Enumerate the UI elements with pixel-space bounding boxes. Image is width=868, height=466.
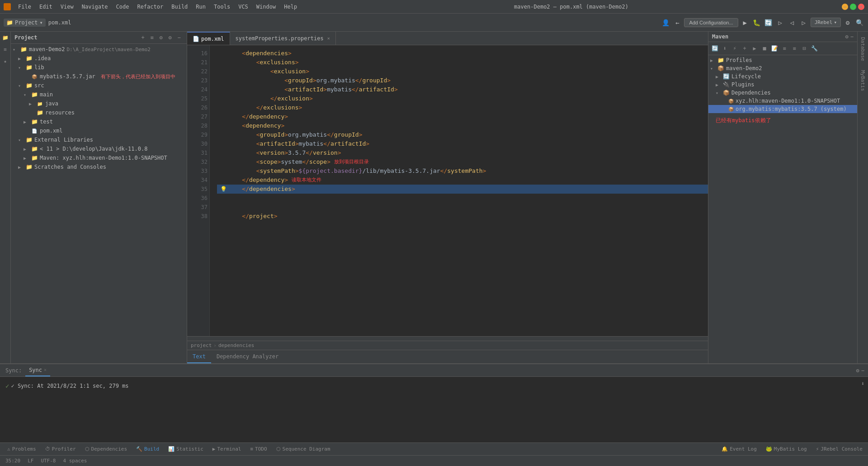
line-col-status[interactable]: 35:20 xyxy=(4,458,22,464)
maven-plugins[interactable]: ▶ 🔌 Plugins xyxy=(708,81,857,89)
tree-lib-folder[interactable]: ▾ 📁 lib xyxy=(11,63,187,72)
maven-close-icon[interactable]: − xyxy=(850,33,854,40)
maven-run-icon[interactable]: ▶ xyxy=(750,44,759,53)
filter-icon[interactable]: ⚙ xyxy=(157,33,165,42)
maven-stop-icon[interactable]: ■ xyxy=(760,44,769,53)
menu-help[interactable]: Help xyxy=(280,3,301,11)
tree-java-folder[interactable]: ▶ 📁 java xyxy=(11,99,187,108)
menu-view[interactable]: View xyxy=(57,3,77,11)
tab-system-props[interactable]: systemProperties.properties ✕ xyxy=(230,32,336,45)
menu-build[interactable]: Build xyxy=(168,3,191,11)
tab-text[interactable]: Text xyxy=(187,350,211,363)
git-icon[interactable]: 👤 xyxy=(660,18,670,28)
statistic-button[interactable]: 📊 Statistic xyxy=(165,445,207,453)
menu-navigate[interactable]: Navigate xyxy=(78,3,112,11)
dependencies-button[interactable]: ⬡ Dependencies xyxy=(81,445,131,453)
mybatis-log-status[interactable]: 🐸 MyBatis Log xyxy=(764,446,809,452)
menu-file[interactable]: File xyxy=(14,3,35,11)
tree-pom-xml[interactable]: 📄 pom.xml xyxy=(11,126,187,135)
tree-scratches[interactable]: ▶ 📁 Scratches and Consoles xyxy=(11,162,187,171)
back-icon[interactable]: ← xyxy=(672,18,682,28)
tree-idea-folder[interactable]: ▶ 📁 .idea xyxy=(11,54,187,63)
tree-src-folder[interactable]: ▾ 📁 src xyxy=(11,81,187,90)
maven-collapse-icon[interactable]: ⊟ xyxy=(800,44,809,53)
tab-dependency-analyzer[interactable]: Dependency Analyzer xyxy=(211,350,284,363)
tree-maven-snapshot[interactable]: ▶ 📁 Maven: xyz.hlh:maven-Demo1:1.0-SNAPS… xyxy=(11,153,187,162)
maven-align-right-icon[interactable]: ≡ xyxy=(790,44,799,53)
maven-profiles[interactable]: ▶ 📁 Profiles xyxy=(708,56,857,64)
maven-settings-icon[interactable]: ⚙ xyxy=(845,33,849,40)
problems-button[interactable]: ⚠ Problems xyxy=(4,445,40,453)
maven-dep-xyz[interactable]: 📦 xyz.hlh:maven-Demo1:1.0-SNAPSHOT xyxy=(708,97,857,105)
close-button[interactable]: ✕ xyxy=(858,4,864,10)
structure-strip-icon[interactable]: ≡ xyxy=(1,45,9,53)
menu-tools[interactable]: Tools xyxy=(210,3,234,11)
jrebel-console-status[interactable]: ⚡ JRebel Console xyxy=(814,446,864,452)
maven-download-icon[interactable]: ⬇ xyxy=(720,44,729,53)
event-log-status[interactable]: 🔔 Event Log xyxy=(720,446,759,452)
terminal-button[interactable]: ▶ Terminal xyxy=(209,445,245,453)
search-icon[interactable]: 🔍 xyxy=(854,18,864,28)
add-configuration-button[interactable]: Add Configuration... xyxy=(684,18,738,27)
close-panel-icon[interactable]: − xyxy=(175,33,183,42)
menu-window[interactable]: Window xyxy=(253,3,279,11)
build-strip-button[interactable]: 🔨 Build xyxy=(132,445,163,453)
menu-refactor[interactable]: Refactor xyxy=(133,3,167,11)
jrebel-button[interactable]: JRebel ▾ xyxy=(811,18,841,27)
profiler-button[interactable]: ⏱ Profiler xyxy=(42,445,80,453)
bookmark-strip-icon[interactable]: ★ xyxy=(1,57,9,65)
todo-button[interactable]: ≡ TODO xyxy=(246,445,270,453)
list-icon[interactable]: ≡ xyxy=(148,33,156,42)
close-tab-sys-icon[interactable]: ✕ xyxy=(327,36,330,41)
build-sync-tab[interactable]: Sync × xyxy=(25,364,50,376)
h-scrollbar[interactable] xyxy=(187,336,708,341)
maven-refresh-icon[interactable]: 🔄 xyxy=(710,44,719,53)
prev-icon[interactable]: ◁ xyxy=(787,18,797,28)
maven-demo2-root[interactable]: ▾ 📦 maven-Demo2 xyxy=(708,64,857,72)
tree-root[interactable]: ▾ 📁 maven-Demo2 D:\A_IdeaProject\maven-D… xyxy=(11,45,187,54)
tree-jdk[interactable]: ▶ 📁 < 11 > D:\develop\Java\jdk-11.0.8 xyxy=(11,144,187,153)
mybatis-strip-icon[interactable]: MyBatis xyxy=(858,67,868,95)
tree-mybatis-jar[interactable]: 📦 mybatis-3.5.7.jar 有下箭头，代表已经加入到项目中 xyxy=(11,72,187,81)
tree-test-folder[interactable]: ▶ 📁 test xyxy=(11,117,187,126)
project-selector[interactable]: 📁 Project ▾ xyxy=(4,19,46,27)
tab-pom-xml[interactable]: 📄 pom.xml xyxy=(187,32,230,45)
add-icon[interactable]: + xyxy=(139,33,147,42)
run-icon[interactable]: ▶ xyxy=(740,18,750,28)
debug-icon[interactable]: 🐛 xyxy=(752,18,762,28)
menu-vcs[interactable]: VCS xyxy=(235,3,252,11)
lf-status[interactable]: LF xyxy=(26,458,35,464)
project-strip-icon[interactable]: 📁 xyxy=(1,33,9,42)
settings-icon[interactable]: ⚙ xyxy=(843,18,853,28)
menu-edit[interactable]: Edit xyxy=(36,3,56,11)
sync-icon[interactable]: 🔄 xyxy=(764,18,774,28)
minimize-button[interactable]: — xyxy=(842,4,848,10)
build-minimize-icon[interactable]: − xyxy=(861,367,864,374)
build-tree-item[interactable]: ✓ ✓ Sync: At 2021/8/22 1:1 sec, 279 ms xyxy=(4,380,139,391)
maven-dep-mybatis[interactable]: 📦 org.mybatis:mybatis:3.5.7 (system) xyxy=(708,105,857,113)
sequence-diagram-button[interactable]: ⬡ Sequence Diagram xyxy=(273,445,334,453)
settings-panel-icon[interactable]: ⚙ xyxy=(166,33,174,42)
database-strip-icon[interactable]: Database xyxy=(858,33,868,65)
maven-dependencies-group[interactable]: ▾ 📦 Dependencies xyxy=(708,89,857,97)
build-close-icon[interactable]: × xyxy=(44,367,47,372)
build-scroll-icon[interactable]: ⬇ xyxy=(861,380,864,387)
maven-lifecycle[interactable]: ▶ 🔄 Lifecycle xyxy=(708,72,857,81)
maven-add-icon[interactable]: + xyxy=(740,44,749,53)
code-editor[interactable]: <dependencies> <exclusions> <exclusion> xyxy=(210,45,708,336)
encoding-status[interactable]: UTF-8 xyxy=(39,458,57,464)
next-icon[interactable]: ▷ xyxy=(799,18,809,28)
indent-status[interactable]: 4 spaces xyxy=(61,458,89,464)
maven-align-left-icon[interactable]: ≡ xyxy=(780,44,789,53)
maven-filter-icon[interactable]: 🔧 xyxy=(810,44,819,53)
maven-generate-icon[interactable]: ⚡ xyxy=(730,44,739,53)
play-icon[interactable]: ▷ xyxy=(775,18,785,28)
tree-main-folder[interactable]: ▾ 📁 main xyxy=(11,90,187,99)
maximize-button[interactable]: □ xyxy=(850,4,856,10)
build-settings-icon[interactable]: ⚙ xyxy=(856,367,859,374)
maven-script-icon[interactable]: 📝 xyxy=(770,44,779,53)
menu-run[interactable]: Run xyxy=(192,3,209,11)
menu-code[interactable]: Code xyxy=(113,3,133,11)
tree-resources-folder[interactable]: 📁 resources xyxy=(11,108,187,117)
tree-external-libraries[interactable]: ▾ 📁 External Libraries xyxy=(11,135,187,144)
